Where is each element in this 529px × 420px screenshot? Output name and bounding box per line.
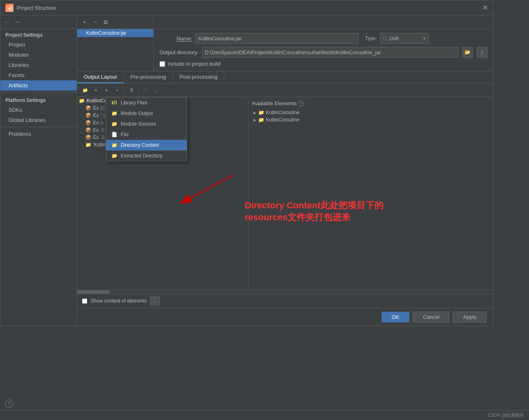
ellipsis-button[interactable]: ... (150, 296, 160, 305)
jar-icon-4: 📦 (85, 127, 91, 133)
include-checkbox-row: Include in project build (159, 61, 487, 67)
status-bar: CSDN @低调网友 (0, 410, 529, 420)
jar-icon-5: 📦 (85, 135, 91, 140)
nav-arrows: ← → (0, 15, 77, 29)
expand-arrow-2: ▶ (253, 118, 257, 122)
available-help-icon[interactable]: ? (298, 101, 304, 106)
expand-arrow-1: ▶ (253, 111, 257, 115)
project-settings-label: Project Settings (0, 29, 77, 40)
browse-button[interactable]: 📂 (462, 47, 473, 57)
dropdown-module-sources[interactable]: 📁 Module Sources (106, 119, 187, 129)
app-logo: IJ (5, 4, 13, 12)
folder-icon-avail-1: 📁 (258, 110, 264, 115)
dialog-buttons: OK Cancel Apply (77, 308, 493, 326)
scroll-thumb[interactable] (77, 290, 110, 294)
tab-pre-processing[interactable]: Pre-processing (124, 71, 173, 83)
sidebar: ← → Project Settings Project Modules Lib… (0, 15, 77, 326)
artifact-list-toolbar: + − ⧉ (77, 15, 493, 29)
status-right: CSDN @低调网友 (488, 412, 524, 418)
artifact-toolbar-buttons: + − ⧉ (77, 15, 154, 29)
ok-button[interactable]: OK (381, 312, 409, 323)
remove-artifact-button[interactable]: − (90, 17, 100, 27)
extra-button[interactable]: | (477, 47, 487, 57)
dropdown-menu: Library Files 📁 Module Output 📁 (106, 97, 187, 161)
name-label: Name: (159, 35, 192, 42)
sidebar-item-sdks[interactable]: SDKs (0, 105, 77, 115)
available-group-2[interactable]: ▶ 📁 KotlinCoroutine (252, 116, 490, 124)
up-button[interactable]: ↑ (141, 85, 151, 95)
dropdown-module-output[interactable]: 📁 Module Output (106, 108, 187, 119)
create-dir-button[interactable]: 📁 (80, 85, 90, 95)
down-button[interactable]: ↓ (151, 85, 161, 95)
type-select[interactable]: ⬡ JAR ▼ (380, 33, 429, 44)
title-bar-left: IJ Project Structure (5, 4, 56, 12)
artifact-icon: ⬡ (80, 31, 84, 36)
list-view-button[interactable]: ≡ (91, 85, 101, 95)
add-button[interactable]: + (102, 85, 111, 95)
sidebar-item-project[interactable]: Project (0, 40, 77, 50)
toolbar-separator-2 (138, 86, 139, 94)
tab-post-processing[interactable]: Post-processing (173, 71, 224, 83)
jar-icon: 📦 (85, 105, 91, 111)
sidebar-item-problems[interactable]: Problems (0, 129, 77, 139)
artifact-item[interactable]: ⬡ KotlinCoroutine:jar (77, 29, 153, 37)
form-area: Name: Type: ⬡ JAR ▼ Output directory: (154, 29, 493, 71)
svg-rect-2 (116, 101, 117, 104)
compile-icon: 📁 (85, 142, 91, 148)
svg-rect-0 (112, 101, 113, 104)
cancel-button[interactable]: Cancel (413, 312, 449, 323)
directory-content-icon: 📁 (111, 142, 117, 148)
available-group-1[interactable]: ▶ 📁 KotlinCoroutine (252, 109, 490, 116)
bottom-bar: Show content of elements ... (77, 294, 493, 308)
available-panel: Available Elements ? ▶ 📁 KotlinCoroutine… (248, 97, 493, 290)
back-arrow[interactable]: ← (4, 19, 10, 25)
type-label: Type: (365, 35, 377, 41)
forward-arrow[interactable]: → (14, 19, 20, 25)
add-artifact-button[interactable]: + (80, 17, 89, 27)
tree-panel: 📁 KotlinCoroutine:jar 📦 Ex (C:/Users/SW/… (77, 97, 248, 290)
sidebar-divider-2 (0, 127, 77, 127)
artifact-list-area: ⬡ KotlinCoroutine:jar Name: Type: ⬡ JAR (77, 29, 493, 71)
show-content-label: Show content of elements (91, 298, 147, 304)
show-content-checkbox[interactable] (82, 298, 87, 304)
horizontal-scrollbar[interactable] (77, 290, 493, 294)
name-row: Name: Type: ⬡ JAR ▼ (159, 33, 487, 44)
sidebar-item-modules[interactable]: Modules (0, 50, 77, 60)
dropdown-file[interactable]: 📄 File (106, 129, 187, 140)
apply-button[interactable]: Apply (453, 312, 487, 323)
jar-icon-2: 📦 (85, 113, 91, 118)
toolbar-separator (124, 86, 124, 94)
output-dir-input[interactable] (202, 47, 459, 57)
sidebar-divider (0, 92, 77, 93)
platform-settings-label: Platform Settings (0, 94, 77, 105)
output-dir-label: Output directory: (159, 49, 199, 55)
title-bar: IJ Project Structure ✕ (0, 0, 493, 15)
module-sources-icon: 📁 (111, 121, 117, 127)
artifact-list: ⬡ KotlinCoroutine:jar (77, 29, 154, 71)
include-build-checkbox[interactable] (159, 61, 165, 67)
library-files-icon (111, 99, 117, 106)
help-button[interactable]: ? (5, 400, 13, 408)
sidebar-item-artifacts[interactable]: Artifacts (0, 80, 77, 91)
jar-icon-3: 📦 (85, 120, 91, 126)
folder-icon: 📁 (79, 98, 85, 104)
dropdown-extracted-directory[interactable]: 📁 Extracted Directory (106, 150, 187, 161)
name-input[interactable] (195, 33, 359, 44)
remove-button[interactable]: − (112, 85, 122, 95)
close-button[interactable]: ✕ (482, 4, 488, 11)
sidebar-item-global-libraries[interactable]: Global Libraries (0, 115, 77, 125)
dropdown-directory-content[interactable]: 📁 Directory Content (106, 140, 187, 150)
output-dir-row: Output directory: 📂 | (159, 47, 487, 57)
copy-artifact-button[interactable]: ⧉ (101, 17, 111, 27)
sidebar-item-libraries[interactable]: Libraries (0, 60, 77, 70)
available-elements-header: Available Elements ? (252, 100, 490, 106)
main-content: ← → Project Settings Project Modules Lib… (0, 15, 493, 326)
dialog-title: Project Structure (17, 5, 56, 11)
svg-rect-1 (114, 100, 115, 104)
dropdown-library-files[interactable]: Library Files (106, 97, 187, 108)
right-panel: + − ⧉ ⬡ KotlinCoroutine:jar Name (77, 15, 493, 326)
sidebar-item-facets[interactable]: Facets (0, 70, 77, 80)
tab-output-layout[interactable]: Output Layout (77, 71, 124, 83)
split-area: 📁 KotlinCoroutine:jar 📦 Ex (C:/Users/SW/… (77, 97, 493, 290)
sort-button[interactable]: ⇅ (126, 85, 136, 95)
